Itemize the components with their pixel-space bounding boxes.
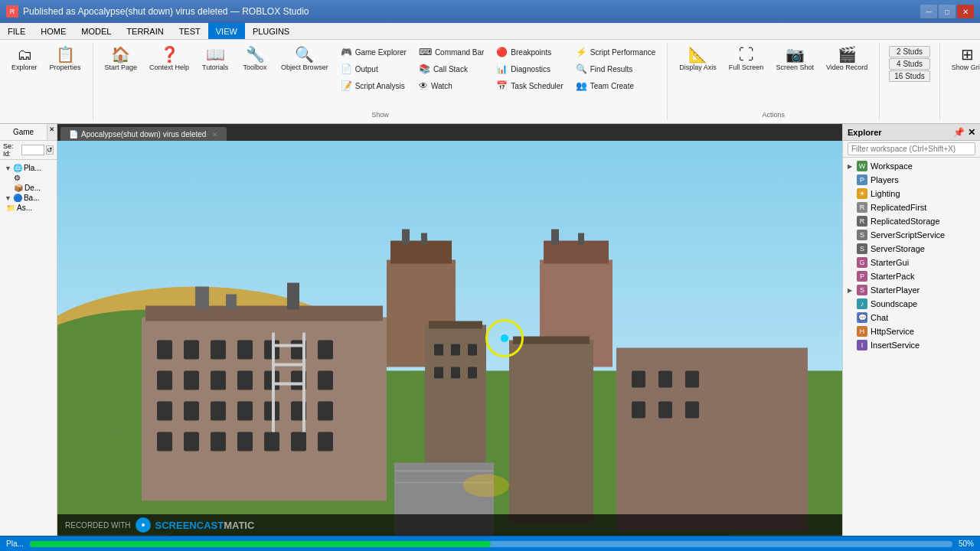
menu-plugins[interactable]: PLUGINS	[245, 23, 297, 39]
explorer-search-input[interactable]	[848, 142, 975, 155]
output-button[interactable]: 📄 Output	[335, 61, 412, 77]
explorer-item-players[interactable]: P Players	[843, 173, 980, 187]
soundscape-label: Soundscape	[871, 299, 975, 308]
script-analysis-button[interactable]: 📝 Script Analysis	[335, 78, 412, 93]
refresh-button[interactable]: ↺	[46, 145, 54, 155]
svg-rect-54	[429, 321, 482, 329]
explorer-close-button[interactable]: ✕	[968, 127, 975, 138]
game-explorer-button[interactable]: 🎮 Game Explorer	[335, 44, 412, 60]
explorer-button[interactable]: 🗂 Explorer	[6, 44, 43, 119]
svg-rect-39	[237, 432, 253, 452]
svg-rect-62	[513, 337, 590, 344]
display-axis-icon: 📐	[688, 47, 707, 62]
studs-16-button[interactable]: 16 Studs	[889, 70, 929, 82]
tree-item-pla[interactable]: ▼ 🌐 Pla...	[3, 163, 54, 173]
menu-file[interactable]: FILE	[0, 23, 33, 39]
team-create-button[interactable]: 👥 Team Create	[570, 78, 662, 93]
explorer-item-server-script-service[interactable]: S ServerScriptService	[843, 228, 980, 242]
toolbox-button[interactable]: 🔧 Toolbox	[236, 44, 274, 73]
screen-shot-button[interactable]: 📷 Screen Shot	[770, 44, 819, 109]
explorer-item-starter-gui[interactable]: G StarterGui	[843, 256, 980, 269]
starter-pack-label: StarterPack	[871, 272, 975, 281]
svg-rect-61	[509, 341, 593, 524]
tree-item-as[interactable]: 📁 As...	[3, 203, 54, 213]
minimize-button[interactable]: ─	[920, 5, 937, 18]
maximize-button[interactable]: □	[939, 5, 956, 18]
as-label: As...	[17, 204, 32, 212]
call-stack-label: Call Stack	[433, 65, 468, 73]
command-bar-button[interactable]: ⌨ Command Bar	[413, 44, 489, 60]
viewport[interactable]: RECORDED WITH SCREENCASTMATIC	[57, 141, 842, 536]
full-screen-button[interactable]: ⛶ Full Screen	[724, 44, 769, 109]
ribbon-group-settings: ⊞ Show Grid 🪟 Switch Windows Settings	[940, 43, 980, 120]
svg-rect-40	[264, 432, 279, 452]
app-icon: R	[6, 5, 18, 18]
studs-4-button[interactable]: 4 Studs	[889, 58, 929, 70]
pla-label: Pla...	[24, 164, 41, 172]
tree-item-de[interactable]: 📦 De...	[3, 183, 54, 193]
diagnostics-button[interactable]: 📊 Diagnostics	[491, 61, 568, 77]
menu-model[interactable]: MODEL	[74, 23, 119, 39]
explorer-item-server-storage[interactable]: S ServerStorage	[843, 242, 980, 256]
explorer-item-starter-pack[interactable]: P StarterPack	[843, 269, 980, 283]
properties-button[interactable]: 📋 Properties	[44, 44, 87, 119]
game-tab[interactable]: Game	[0, 124, 47, 140]
ribbon-group-show: 🏠 Start Page ❓ Context Help 📖 Tutorials …	[93, 43, 668, 120]
tutorials-button[interactable]: 📖 Tutorials	[196, 44, 234, 73]
menu-test[interactable]: TEST	[172, 23, 208, 39]
tab-close-button[interactable]: ✕	[212, 131, 218, 139]
script-performance-button[interactable]: ⚡ Script Performance	[570, 44, 662, 60]
watch-button[interactable]: 👁 Watch	[413, 78, 489, 93]
find-results-button[interactable]: 🔍 Find Results	[570, 61, 662, 77]
explorer-item-replicated-storage[interactable]: R ReplicatedStorage	[843, 214, 980, 228]
workspace-tab-apocalypse[interactable]: 📄 Apocalypse(shut down) virus deleted ✕	[60, 127, 227, 141]
explorer-item-starter-player[interactable]: ▶ S StarterPlayer	[843, 283, 980, 297]
players-icon: P	[857, 174, 867, 185]
svg-rect-57	[468, 344, 477, 356]
studs-2-button[interactable]: 2 Studs	[889, 46, 929, 57]
explorer-item-insert-service[interactable]: I InsertService	[843, 338, 980, 352]
context-help-button[interactable]: ❓ Context Help	[144, 44, 194, 73]
start-page-label: Start Page	[105, 64, 138, 71]
server-script-label: ServerScriptService	[871, 230, 975, 240]
left-panel: Game ✕ Se: Id: ↺ ▼ 🌐 Pla... ⚙ 📦 De... ▼	[0, 124, 57, 536]
status-left-text: Pla...	[6, 540, 24, 548]
close-button[interactable]: ✕	[957, 5, 974, 18]
tab-icon: 📄	[69, 130, 78, 139]
call-stack-button[interactable]: 📚 Call Stack	[413, 61, 489, 77]
search-input[interactable]	[21, 145, 44, 155]
object-browser-button[interactable]: 🔍 Object Browser	[276, 44, 334, 73]
svg-rect-25	[237, 371, 253, 390]
show-grid-button[interactable]: ⊞ Show Grid	[946, 44, 980, 109]
tree-item-settings[interactable]: ⚙	[3, 173, 54, 183]
screencast-logo-circle	[136, 517, 151, 533]
object-browser-label: Object Browser	[281, 64, 328, 71]
properties-label: Properties	[50, 64, 81, 71]
http-service-icon: H	[857, 326, 867, 337]
task-scheduler-button[interactable]: 📅 Task Scheduler	[491, 78, 568, 93]
explorer-item-lighting[interactable]: ☀ Lighting	[843, 187, 980, 201]
chat-icon: 💬	[857, 312, 867, 323]
ribbon: 🗂 Explorer 📋 Properties 🏠 Start Page	[0, 40, 980, 124]
find-results-label: Find Results	[590, 65, 633, 73]
explorer-item-workspace[interactable]: ▶ W Workspace	[843, 159, 980, 173]
explorer-item-soundscape[interactable]: ♪ Soundscape	[843, 297, 980, 311]
breakpoints-button[interactable]: 🔴 Breakpoints	[491, 44, 568, 60]
explorer-item-replicated-first[interactable]: R ReplicatedFirst	[843, 201, 980, 214]
explorer-pin-button[interactable]: 📌	[953, 127, 965, 138]
explorer-item-chat[interactable]: 💬 Chat	[843, 311, 980, 324]
display-axis-button[interactable]: 📐 Display Axis	[674, 44, 722, 109]
tree-item-ba[interactable]: ▼ 🔵 Ba...	[3, 193, 54, 203]
menu-home[interactable]: HOME	[33, 23, 74, 39]
explorer-item-http-service[interactable]: H HttpService	[843, 324, 980, 338]
starter-player-arrow: ▶	[848, 287, 854, 294]
svg-point-73	[142, 523, 145, 527]
pla-icon: 🌐	[13, 164, 22, 172]
video-record-button[interactable]: 🎬 Video Record	[821, 44, 873, 109]
menu-view[interactable]: VIEW	[208, 23, 245, 39]
menu-terrain[interactable]: TERRAIN	[119, 23, 171, 39]
start-page-button[interactable]: 🏠 Start Page	[100, 44, 143, 73]
svg-rect-28	[318, 371, 333, 390]
de-label: De...	[24, 184, 41, 192]
left-panel-close[interactable]: ✕	[47, 124, 57, 140]
